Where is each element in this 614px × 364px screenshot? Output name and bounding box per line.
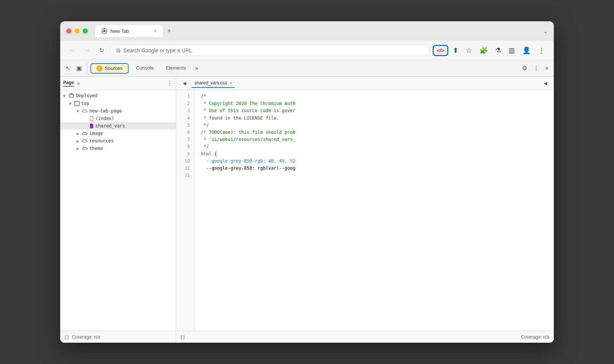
code-line-7: /* TODO(aee): this file should prob [201, 129, 548, 136]
tree-label-new-tab-page: new-tab-page [89, 108, 122, 114]
title-bar: New Tab × + ⌄ [60, 21, 554, 41]
forward-button[interactable]: → [81, 45, 93, 56]
svg-line-4 [102, 31, 103, 33]
tab-elements[interactable]: Elements [160, 62, 192, 74]
code-line-4: * found in the LICENSE file. [201, 115, 548, 122]
tab-bar-more[interactable]: ⌄ [543, 28, 548, 35]
footer-coverage: Coverage: n/a [521, 334, 549, 340]
tree-item-shared-vars[interactable]: shared_vars [60, 122, 176, 130]
tree-arrow-top: ▼ [69, 102, 73, 106]
devtools-body: Page » ⋮ ▼ Deployed [60, 77, 554, 343]
nav-bar: ← → ↻ G Search Google or type a URL </> … [60, 41, 554, 60]
code-line-9: */ [201, 143, 548, 150]
editor-filename: shared_vars.css [194, 80, 227, 86]
devtools-container: ↖ ▣ ! Sources Console Elements » ⚙ ⋮ × [60, 60, 554, 343]
new-tab-button[interactable]: + [164, 26, 174, 37]
code-editor: ◀ shared_vars.css × ◀ 1 2 3 4 5 [176, 77, 554, 343]
device-toggle-button[interactable]: ▣ [74, 63, 84, 73]
editor-tab-close[interactable]: × [229, 81, 231, 85]
code-brace: { [212, 151, 217, 157]
svg-line-3 [105, 31, 107, 33]
code-line-8: * 'ui/webui/resources/shared_vars_ [201, 136, 548, 143]
tree-arrow-resources: ▶ [77, 139, 80, 143]
code-line-10: html { [201, 151, 548, 158]
editor-collapse-right[interactable]: ◀ [541, 79, 549, 87]
tree-item-resources[interactable]: ▶ resources [60, 137, 176, 145]
editor-header: ◀ shared_vars.css × ◀ [176, 77, 554, 90]
browser-window: New Tab × + ⌄ ← → ↻ G Search Google or t… [60, 21, 554, 343]
tree-item-deployed[interactable]: ▼ Deployed [60, 92, 176, 100]
flask-button[interactable]: ⚗ [492, 44, 504, 57]
tree-label-top: top [81, 101, 89, 106]
devtools-toolbar-icons: ↖ ▣ [63, 63, 88, 73]
deployed-icon [68, 93, 74, 99]
extensions-button[interactable]: 🧩 [476, 44, 491, 57]
file-icon-index [89, 116, 94, 121]
inspector-button[interactable]: ↖ [63, 63, 73, 73]
tree-label-theme: theme [89, 146, 103, 151]
tree-item-top[interactable]: ▼ top [60, 100, 176, 107]
tab-console-label: Console [136, 65, 154, 71]
tree-label-resources: resources [89, 138, 114, 144]
code-line-3: * Use of this source code is gover [201, 107, 548, 114]
maximize-button[interactable] [83, 28, 88, 34]
warning-icon: ! [96, 65, 102, 71]
tree-item-theme[interactable]: ▶ theme [60, 145, 176, 152]
back-button[interactable]: ← [66, 45, 78, 56]
chrome-icon [101, 28, 107, 34]
code-line-2: * Copyright 2020 The Chromium Auth [201, 100, 548, 107]
devtools-toolbar-right: ⚙ ⋮ × [520, 63, 551, 73]
address-placeholder: Search Google or type a URL [123, 47, 192, 53]
reload-button[interactable]: ↻ [96, 44, 107, 56]
tree-item-image[interactable]: ▶ image [60, 130, 176, 137]
tree-label-image: image [89, 131, 103, 136]
line-num-8: 8 [176, 143, 194, 150]
tree-arrow-theme: ▶ [77, 146, 80, 151]
devtools-settings-button[interactable]: ⚙ [520, 63, 529, 73]
line-num-2: 2 [176, 100, 194, 107]
address-bar[interactable]: G Search Google or type a URL [110, 45, 430, 56]
tree-item-new-tab-page[interactable]: ▼ new-tab-page [60, 107, 176, 115]
editor-tab-shared-vars[interactable]: shared_vars.css × [191, 79, 235, 88]
active-tab[interactable]: New Tab × [95, 25, 163, 37]
profile-button[interactable]: 👤 [519, 44, 534, 57]
tree-item-index[interactable]: (index) [60, 115, 176, 122]
tree-label-index: (index) [95, 116, 114, 121]
format-button[interactable]: { } [65, 334, 69, 340]
share-button[interactable]: ⬆ [450, 44, 461, 57]
sources-tree: ▼ Deployed ▼ top [60, 90, 176, 331]
file-icon-shared-vars [89, 123, 94, 129]
devtools-close-button[interactable]: × [543, 64, 551, 73]
devtools-more-button[interactable]: ⋮ [531, 63, 541, 73]
sources-panel-more[interactable]: » [77, 80, 80, 86]
sources-footer: { } Coverage: n/a [60, 331, 176, 343]
sidebar-button[interactable]: ▥ [506, 44, 518, 57]
editor-header-right: ◀ [541, 79, 549, 87]
sources-panel-dots[interactable]: ⋮ [167, 80, 173, 87]
line-num-9: 9 [176, 151, 194, 158]
frame-icon [74, 101, 80, 106]
line-num-1: 1 [176, 93, 194, 100]
sources-header: Page » ⋮ [60, 77, 176, 90]
menu-button[interactable]: ⋮ [535, 44, 548, 57]
tab-bar: New Tab × + [95, 25, 538, 37]
devtools-tabs-more[interactable]: » [192, 64, 202, 73]
editor-collapse-left[interactable]: ◀ [181, 79, 188, 87]
line-num-6: 6 [176, 129, 194, 136]
close-button[interactable] [66, 28, 71, 34]
tab-console[interactable]: Console [130, 62, 160, 74]
line-num-4: 4 [176, 115, 194, 122]
bookmark-button[interactable]: ☆ [463, 44, 475, 57]
code-lines[interactable]: /* * Copyright 2020 The Chromium Auth * … [195, 90, 554, 331]
tab-close-button[interactable]: × [154, 28, 157, 34]
footer-format-btn[interactable]: { } [181, 334, 185, 340]
google-logo: G [116, 47, 120, 53]
sources-panel-title: Page [63, 80, 74, 87]
devtools-toolbar: ↖ ▣ ! Sources Console Elements » ⚙ ⋮ × [60, 60, 554, 77]
tree-arrow-image: ▶ [77, 132, 80, 136]
code-content: 1 2 3 4 5 6 7 8 9 10 11 12 /* [176, 90, 554, 331]
devtools-toggle-button[interactable]: </> [433, 45, 448, 56]
code-line-11: --google-grey-850-rgb: 48, 49, 52 [201, 158, 548, 165]
minimize-button[interactable] [74, 28, 80, 34]
tab-sources[interactable]: ! Sources [90, 63, 129, 74]
